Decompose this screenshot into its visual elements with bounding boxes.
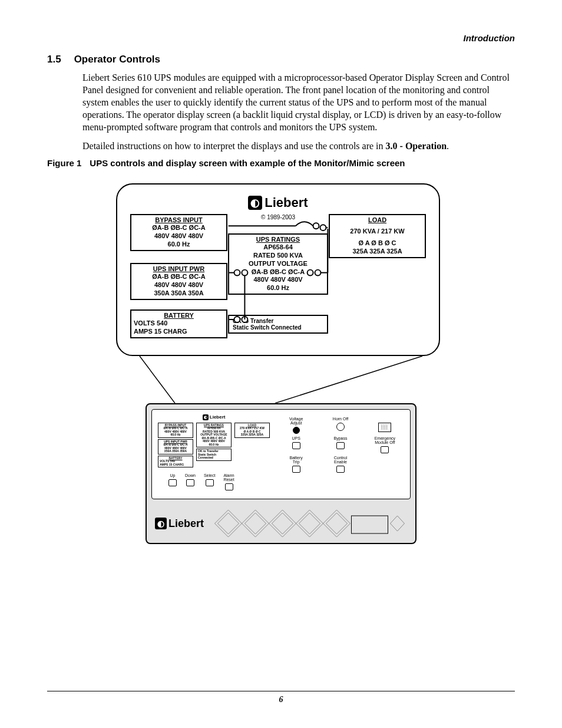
battery-box: BATTERY VOLTS 540 AMPS 15 CHARG — [130, 309, 227, 338]
liebert-mark-icon: ◐ — [203, 414, 209, 420]
load-box: LOAD 270 KVA / 217 KW Ø A Ø B Ø C 325A 3… — [329, 214, 426, 258]
panel-inner: ◐ Liebert BYPASS INPUTØA-B ØB-C ØC-A480V… — [151, 409, 411, 500]
battery-trip-label: Battery Trip — [290, 456, 303, 464]
emerg-off-label: Emergency Module Off — [375, 436, 395, 444]
ups-button[interactable] — [292, 442, 300, 449]
figure-caption: Figure 1UPS controls and display screen … — [47, 158, 515, 168]
select-label: Select — [204, 473, 215, 477]
status-box: OK to Transfer Static Switch Connected — [228, 315, 328, 334]
mimic-screen: ◐ Liebert BYPASS INPUT ØA-B ØB-C ØC-A 48… — [116, 183, 440, 356]
horn-off-label: Horn Off — [333, 417, 348, 421]
emergency-off-button[interactable] — [381, 446, 389, 453]
right-controls: Voltage Adjust Horn Off ∷∷∷∷∷∷∷∷∷ UPS By… — [277, 414, 404, 491]
up-label: Up — [170, 473, 176, 477]
page-footer: 6 — [47, 691, 515, 704]
liebert-logo: ◐ Liebert — [248, 195, 308, 210]
copyright-text: © 1989-2003 — [228, 214, 328, 220]
alarm-reset-button[interactable] — [225, 483, 233, 490]
bypass-button[interactable] — [336, 442, 345, 449]
up-button[interactable] — [168, 479, 177, 486]
control-enable-button[interactable] — [336, 466, 345, 473]
liebert-mark-icon: ◐ — [248, 196, 262, 210]
control-panel: ◐ Liebert BYPASS INPUTØA-B ØB-C ØC-A480V… — [146, 403, 416, 545]
mini-mimic-screen: ◐ Liebert BYPASS INPUTØA-B ØB-C ØC-A480V… — [158, 414, 270, 469]
paragraph-1: Liebert Series 610 UPS modules are equip… — [82, 71, 515, 134]
svg-line-15 — [140, 356, 175, 403]
panel-footer: ◐ Liebert — [151, 510, 411, 537]
figure-1: ◐ Liebert BYPASS INPUT ØA-B ØB-C ØC-A 48… — [116, 183, 446, 545]
right-column: LOAD 270 KVA / 217 KW Ø A Ø B Ø C 325A 3… — [329, 214, 426, 342]
speaker-icon: ∷∷∷∷∷∷∷∷∷ — [378, 423, 391, 432]
select-button[interactable] — [206, 479, 214, 486]
section-heading: 1.5 Operator Controls — [47, 54, 515, 65]
horn-off-button[interactable] — [336, 423, 345, 431]
paragraph-2: Detailed instructions on how to interpre… — [82, 140, 515, 152]
voltage-adjust-control[interactable] — [293, 427, 300, 434]
projection-lines — [116, 356, 446, 403]
svg-line-16 — [275, 356, 422, 403]
down-label: Down — [185, 473, 196, 477]
voltage-adjust-label: Voltage Adjust — [289, 417, 303, 425]
running-header: Introduction — [47, 33, 515, 43]
down-button[interactable] — [186, 479, 194, 486]
battery-trip-button[interactable] — [292, 466, 300, 473]
middle-column: © 1989-2003 UPS RATINGS AP658-64 RATED 5… — [228, 214, 328, 342]
section-number: 1.5 — [47, 54, 61, 65]
left-column: BYPASS INPUT ØA-B ØB-C ØC-A 480V 480V 48… — [130, 214, 227, 342]
vent-pattern — [211, 510, 407, 537]
page-number: 6 — [279, 695, 283, 704]
panel-liebert-logo: ◐ Liebert — [155, 518, 204, 530]
section-title: Operator Controls — [74, 54, 160, 65]
bypass-input-box: BYPASS INPUT ØA-B ØB-C ØC-A 480V 480V 48… — [130, 214, 227, 251]
control-enable-label: Control Enable — [334, 456, 348, 464]
ups-ratings-box: UPS RATINGS AP658-64 RATED 500 KVA OUTPU… — [228, 233, 328, 295]
svg-rect-17 — [352, 516, 388, 533]
ups-input-box: UPS INPUT PWR ØA-B ØB-C ØC-A 480V 480V 4… — [130, 263, 227, 300]
bypass-label: Bypass — [334, 436, 348, 440]
alarm-reset-label: Alarm Reset — [223, 473, 234, 482]
ups-label: UPS — [292, 436, 300, 440]
liebert-mark-icon: ◐ — [155, 518, 167, 529]
